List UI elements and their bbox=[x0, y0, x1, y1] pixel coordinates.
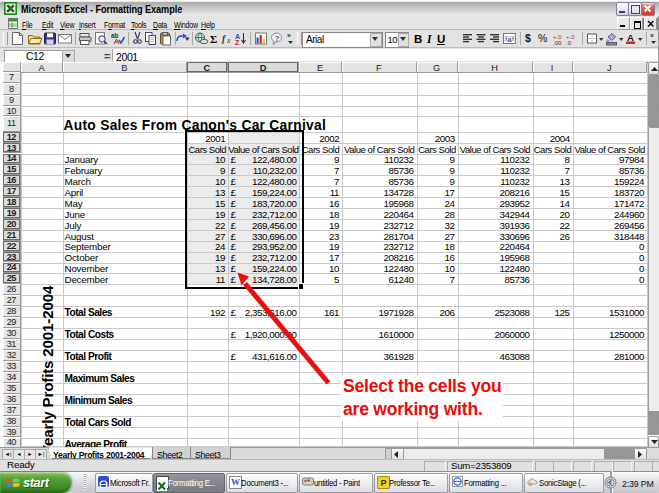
svg-text:.0: .0 bbox=[566, 40, 572, 46]
svg-text:x: x bbox=[226, 36, 231, 45]
svg-text:f: f bbox=[222, 34, 226, 44]
svg-text:A: A bbox=[627, 32, 634, 43]
svg-text:ab: ab bbox=[111, 32, 119, 39]
svg-text:%: % bbox=[538, 32, 547, 44]
svg-text:.00: .00 bbox=[553, 40, 562, 46]
svg-text:»: » bbox=[287, 32, 291, 39]
svg-text:?: ? bbox=[275, 34, 280, 43]
svg-text:a: a bbox=[508, 36, 512, 43]
svg-text:$: $ bbox=[525, 32, 531, 44]
svg-text:Z: Z bbox=[235, 39, 240, 46]
svg-text:Σ: Σ bbox=[210, 33, 217, 45]
svg-text:»: » bbox=[650, 32, 654, 39]
